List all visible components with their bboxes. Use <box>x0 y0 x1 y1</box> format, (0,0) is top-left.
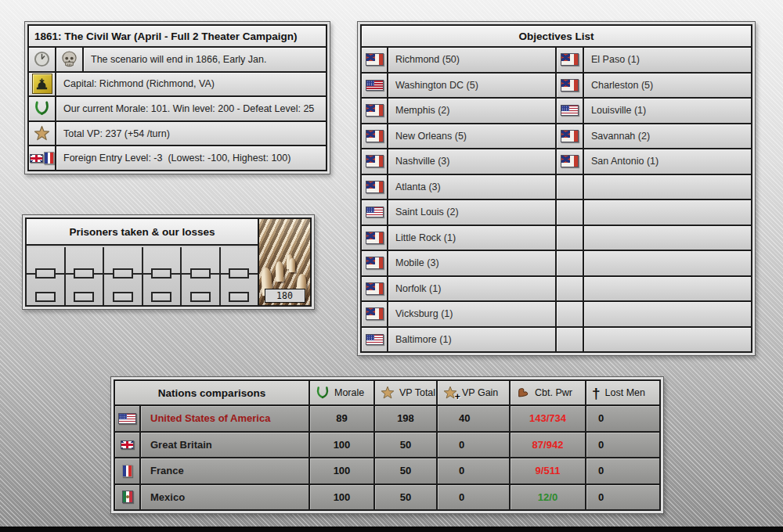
scenario-row-text: The scenario will end in 1866, Early Jan… <box>84 48 326 71</box>
objective-flag-cell <box>557 277 584 301</box>
confederate-flag-icon <box>366 307 384 320</box>
nation-vp-total-value: 198 <box>375 406 438 431</box>
nation-morale-value: 100 <box>310 485 375 510</box>
nation-name: Mexico <box>141 485 310 510</box>
confederate-flag-icon <box>366 257 384 269</box>
confederate-flag-icon <box>366 181 384 193</box>
nation-combat-power-value: 143/734 <box>511 406 586 431</box>
column-header-vp-gain: +VP Gain <box>438 381 511 404</box>
nation-vp-gain-value: 0 <box>438 458 511 483</box>
star-icon <box>381 386 395 400</box>
scenario-icon-cell <box>29 73 56 96</box>
objective-entry <box>584 200 751 225</box>
cemetery-image: 180 <box>258 219 310 305</box>
nation-name: France <box>141 458 310 483</box>
cross-icon: † <box>592 386 601 401</box>
objective-entry[interactable]: Atlanta (3) <box>388 175 557 200</box>
objective-flag-cell <box>362 277 388 301</box>
confederate-flag-icon <box>561 53 579 66</box>
confederate-flag-icon <box>561 130 579 142</box>
loss-slot <box>74 292 94 302</box>
us-flag-icon <box>118 413 136 424</box>
prisoners-panel-title: Prisoners taken & our losses <box>27 219 258 246</box>
objective-flag-cell <box>362 200 388 225</box>
nations-table-header: Nations comparisons MoraleVP Total+VP Ga… <box>115 381 659 406</box>
objective-entry <box>584 302 751 326</box>
objective-entry[interactable]: Washington DC (5) <box>388 74 557 98</box>
nation-vp-gain-value: 0 <box>438 433 511 458</box>
nation-vp-gain-value: 40 <box>438 406 511 431</box>
arm-icon <box>516 386 530 400</box>
prisoners-losses-panel: Prisoners taken & our losses 180 <box>22 214 315 310</box>
us-flag-icon <box>561 105 579 116</box>
objective-flag-cell <box>557 74 584 98</box>
objective-row: Vicksburg (1) <box>362 302 751 328</box>
loss-slot <box>113 268 133 279</box>
column-header-label: VP Total <box>399 387 435 398</box>
objective-flag-cell <box>362 99 388 123</box>
objective-flag-cell <box>557 175 584 200</box>
objective-entry <box>584 175 751 200</box>
objective-entry[interactable]: Richmond (50) <box>388 48 557 72</box>
scenario-row: Total VP: 237 (+54 /turn) <box>29 120 326 146</box>
objective-entry[interactable]: Saint Louis (2) <box>388 200 557 225</box>
nation-flag-cell <box>115 458 141 483</box>
objective-row: Atlanta (3) <box>362 175 751 201</box>
objective-flag-cell <box>557 124 584 149</box>
nation-row: France1005009/5110 <box>115 458 659 485</box>
objective-entry[interactable]: Little Rock (1) <box>388 226 557 250</box>
mexico-flag-icon <box>122 491 133 503</box>
scenario-icon-cell <box>29 97 56 120</box>
objective-row: Baltimore (1) <box>362 328 751 352</box>
capitol-icon <box>32 74 52 94</box>
nation-morale-value: 89 <box>310 406 375 431</box>
objective-flag-cell <box>557 251 584 275</box>
objective-entry[interactable]: New Orleans (5) <box>388 124 557 149</box>
confederate-flag-icon <box>561 155 579 167</box>
losses-column <box>182 247 221 305</box>
objective-flag-cell <box>362 251 388 275</box>
losses-count-badge: 180 <box>265 289 305 303</box>
nation-vp-total-value: 50 <box>375 433 438 458</box>
scenario-icon-cell <box>56 48 84 71</box>
objective-entry[interactable]: Norfolk (1) <box>388 277 557 301</box>
confederate-flag-icon <box>366 232 384 244</box>
objective-flag-cell <box>362 124 388 149</box>
objective-entry <box>584 251 751 275</box>
objective-row: Richmond (50)El Paso (1) <box>362 48 751 74</box>
nation-row: Great Britain10050087/9420 <box>115 433 659 459</box>
uk-flag-icon <box>30 154 43 163</box>
scenario-row: Foreign Entry Level: -3 (Lowest: -100, H… <box>29 145 326 170</box>
objective-entry[interactable]: Louisville (1) <box>584 99 751 123</box>
objective-entry[interactable]: Savannah (2) <box>584 124 751 149</box>
scenario-row-text: Capital: Richmond (Richmond, VA) <box>56 73 326 96</box>
scenario-info-panel: 1861: The Civil War (April - Full 2 Thea… <box>24 21 330 174</box>
objective-flag-cell <box>557 302 584 326</box>
losses-column <box>104 247 143 305</box>
laurel-icon <box>316 386 330 400</box>
confederate-flag-icon <box>366 155 384 167</box>
column-header-cbt-pwr: Cbt. Pwr <box>511 381 586 404</box>
objective-entry[interactable]: Baltimore (1) <box>388 328 557 352</box>
losses-grid <box>27 247 258 305</box>
loss-slot <box>229 268 249 279</box>
france-flag-icon <box>44 152 54 164</box>
nation-lost-men-value: 0 <box>586 406 659 431</box>
clock-icon <box>34 51 50 67</box>
objective-entry[interactable]: San Antonio (1) <box>584 149 751 174</box>
nations-comparisons-panel: Nations comparisons MoraleVP Total+VP Ga… <box>110 376 664 514</box>
objective-flag-cell <box>557 149 584 174</box>
objective-entry[interactable]: Memphis (2) <box>388 99 557 123</box>
objective-flag-cell <box>362 302 388 326</box>
column-header-label: Lost Men <box>605 387 645 398</box>
column-header-label: Morale <box>334 387 364 398</box>
objective-flag-cell <box>557 200 584 225</box>
objective-entry[interactable]: Vicksburg (1) <box>388 302 557 326</box>
objective-row: Nashville (3)San Antonio (1) <box>362 149 751 175</box>
objective-entry[interactable]: Nashville (3) <box>388 149 557 174</box>
objective-row: Mobile (3) <box>362 251 751 277</box>
objective-entry[interactable]: Mobile (3) <box>388 251 557 275</box>
scenario-icon-cell <box>29 146 56 170</box>
objective-entry[interactable]: Charleston (5) <box>584 74 751 98</box>
objective-entry[interactable]: El Paso (1) <box>584 48 751 72</box>
